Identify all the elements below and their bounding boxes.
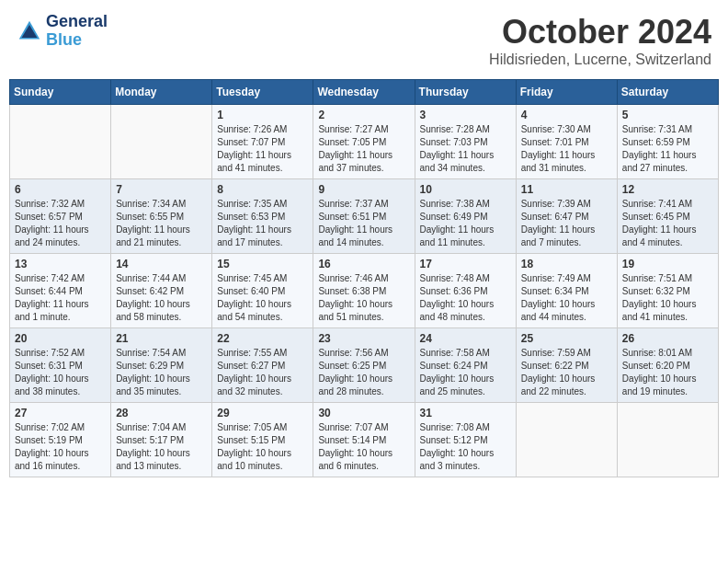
day-number: 4: [521, 109, 612, 121]
calendar-cell: 26Sunrise: 8:01 AM Sunset: 6:20 PM Dayli…: [617, 328, 718, 403]
day-info: Sunrise: 7:35 AM Sunset: 6:53 PM Dayligh…: [217, 198, 308, 249]
day-info: Sunrise: 7:02 AM Sunset: 5:19 PM Dayligh…: [15, 421, 106, 473]
day-number: 29: [217, 407, 308, 419]
day-info: Sunrise: 7:41 AM Sunset: 6:45 PM Dayligh…: [622, 198, 713, 249]
day-number: 18: [521, 258, 612, 270]
title-area: October 2024 Hildisrieden, Lucerne, Swit…: [489, 13, 711, 68]
page-header: General Blue October 2024 Hildisrieden, …: [9, 9, 719, 72]
day-number: 28: [116, 407, 207, 419]
day-number: 24: [420, 332, 511, 345]
calendar-cell: 21Sunrise: 7:54 AM Sunset: 6:29 PM Dayli…: [111, 328, 212, 403]
day-header-thursday: Thursday: [415, 80, 516, 105]
day-header-saturday: Saturday: [617, 80, 718, 105]
logo-icon: [17, 18, 42, 44]
day-number: 12: [622, 183, 713, 196]
calendar-cell: 28Sunrise: 7:04 AM Sunset: 5:17 PM Dayli…: [111, 403, 212, 477]
day-info: Sunrise: 7:52 AM Sunset: 6:31 PM Dayligh…: [15, 347, 106, 398]
calendar-week-row: 1Sunrise: 7:26 AM Sunset: 7:07 PM Daylig…: [10, 105, 719, 179]
day-info: Sunrise: 7:38 AM Sunset: 6:49 PM Dayligh…: [420, 198, 511, 249]
day-info: Sunrise: 7:48 AM Sunset: 6:36 PM Dayligh…: [420, 272, 511, 324]
day-info: Sunrise: 7:28 AM Sunset: 7:03 PM Dayligh…: [420, 123, 511, 175]
day-info: Sunrise: 7:37 AM Sunset: 6:51 PM Dayligh…: [318, 198, 409, 249]
day-number: 26: [622, 332, 713, 345]
day-number: 15: [217, 258, 308, 270]
calendar-week-row: 27Sunrise: 7:02 AM Sunset: 5:19 PM Dayli…: [10, 403, 719, 477]
calendar-cell: 7Sunrise: 7:34 AM Sunset: 6:55 PM Daylig…: [111, 179, 212, 254]
calendar-cell: 14Sunrise: 7:44 AM Sunset: 6:42 PM Dayli…: [111, 254, 212, 328]
day-number: 13: [15, 258, 106, 270]
calendar-cell: 13Sunrise: 7:42 AM Sunset: 6:44 PM Dayli…: [10, 254, 111, 328]
calendar-cell: 4Sunrise: 7:30 AM Sunset: 7:01 PM Daylig…: [516, 105, 617, 179]
day-info: Sunrise: 7:42 AM Sunset: 6:44 PM Dayligh…: [15, 272, 106, 324]
day-info: Sunrise: 7:56 AM Sunset: 6:25 PM Dayligh…: [318, 347, 409, 398]
day-info: Sunrise: 7:39 AM Sunset: 6:47 PM Dayligh…: [521, 198, 612, 249]
day-info: Sunrise: 7:58 AM Sunset: 6:24 PM Dayligh…: [420, 347, 511, 398]
calendar-cell: 17Sunrise: 7:48 AM Sunset: 6:36 PM Dayli…: [415, 254, 516, 328]
logo-line2: Blue: [46, 31, 108, 50]
calendar-cell: 24Sunrise: 7:58 AM Sunset: 6:24 PM Dayli…: [415, 328, 516, 403]
day-number: 1: [217, 109, 308, 121]
day-number: 23: [318, 332, 409, 345]
day-info: Sunrise: 7:08 AM Sunset: 5:12 PM Dayligh…: [420, 421, 511, 473]
day-number: 10: [420, 183, 511, 196]
day-number: 25: [521, 332, 612, 345]
day-number: 31: [420, 407, 511, 419]
day-number: 20: [15, 332, 106, 345]
calendar-cell: 9Sunrise: 7:37 AM Sunset: 6:51 PM Daylig…: [313, 179, 415, 254]
day-info: Sunrise: 7:55 AM Sunset: 6:27 PM Dayligh…: [217, 347, 308, 398]
month-title: October 2024: [489, 13, 711, 52]
logo-text: General Blue: [46, 13, 108, 50]
calendar-cell: 20Sunrise: 7:52 AM Sunset: 6:31 PM Dayli…: [10, 328, 111, 403]
day-info: Sunrise: 7:45 AM Sunset: 6:40 PM Dayligh…: [217, 272, 308, 324]
calendar-cell: 27Sunrise: 7:02 AM Sunset: 5:19 PM Dayli…: [10, 403, 111, 477]
day-info: Sunrise: 7:04 AM Sunset: 5:17 PM Dayligh…: [116, 421, 207, 473]
day-number: 19: [622, 258, 713, 270]
day-info: Sunrise: 7:46 AM Sunset: 6:38 PM Dayligh…: [318, 272, 409, 324]
day-info: Sunrise: 7:44 AM Sunset: 6:42 PM Dayligh…: [116, 272, 207, 324]
calendar-cell: 29Sunrise: 7:05 AM Sunset: 5:15 PM Dayli…: [212, 403, 313, 477]
day-number: 22: [217, 332, 308, 345]
day-number: 30: [318, 407, 409, 419]
day-info: Sunrise: 7:32 AM Sunset: 6:57 PM Dayligh…: [15, 198, 106, 249]
day-number: 21: [116, 332, 207, 345]
day-info: Sunrise: 7:31 AM Sunset: 6:59 PM Dayligh…: [622, 123, 713, 175]
day-number: 6: [15, 183, 106, 196]
day-number: 7: [116, 183, 207, 196]
day-info: Sunrise: 7:59 AM Sunset: 6:22 PM Dayligh…: [521, 347, 612, 398]
calendar-cell: 6Sunrise: 7:32 AM Sunset: 6:57 PM Daylig…: [10, 179, 111, 254]
calendar-cell: 22Sunrise: 7:55 AM Sunset: 6:27 PM Dayli…: [212, 328, 313, 403]
calendar-cell: 10Sunrise: 7:38 AM Sunset: 6:49 PM Dayli…: [415, 179, 516, 254]
day-header-tuesday: Tuesday: [212, 80, 313, 105]
day-number: 27: [15, 407, 106, 419]
calendar-week-row: 13Sunrise: 7:42 AM Sunset: 6:44 PM Dayli…: [10, 254, 719, 328]
calendar-cell: [111, 105, 212, 179]
calendar-cell: 11Sunrise: 7:39 AM Sunset: 6:47 PM Dayli…: [516, 179, 617, 254]
day-info: Sunrise: 7:54 AM Sunset: 6:29 PM Dayligh…: [116, 347, 207, 398]
day-info: Sunrise: 7:26 AM Sunset: 7:07 PM Dayligh…: [217, 123, 308, 175]
calendar-cell: 31Sunrise: 7:08 AM Sunset: 5:12 PM Dayli…: [415, 403, 516, 477]
calendar-cell: 2Sunrise: 7:27 AM Sunset: 7:05 PM Daylig…: [313, 105, 415, 179]
calendar-cell: 30Sunrise: 7:07 AM Sunset: 5:14 PM Dayli…: [313, 403, 415, 477]
calendar-cell: 1Sunrise: 7:26 AM Sunset: 7:07 PM Daylig…: [212, 105, 313, 179]
day-info: Sunrise: 7:34 AM Sunset: 6:55 PM Dayligh…: [116, 198, 207, 249]
calendar-cell: 16Sunrise: 7:46 AM Sunset: 6:38 PM Dayli…: [313, 254, 415, 328]
day-header-friday: Friday: [516, 80, 617, 105]
calendar-cell: 12Sunrise: 7:41 AM Sunset: 6:45 PM Dayli…: [617, 179, 718, 254]
calendar-table: SundayMondayTuesdayWednesdayThursdayFrid…: [9, 79, 719, 477]
calendar-header-row: SundayMondayTuesdayWednesdayThursdayFrid…: [10, 80, 719, 105]
logo: General Blue: [17, 13, 108, 50]
day-number: 9: [318, 183, 409, 196]
calendar-cell: 5Sunrise: 7:31 AM Sunset: 6:59 PM Daylig…: [617, 105, 718, 179]
calendar-cell: 23Sunrise: 7:56 AM Sunset: 6:25 PM Dayli…: [313, 328, 415, 403]
day-number: 14: [116, 258, 207, 270]
logo-line1: General: [46, 13, 108, 31]
day-header-sunday: Sunday: [10, 80, 111, 105]
calendar-cell: 19Sunrise: 7:51 AM Sunset: 6:32 PM Dayli…: [617, 254, 718, 328]
calendar-cell: 25Sunrise: 7:59 AM Sunset: 6:22 PM Dayli…: [516, 328, 617, 403]
calendar-cell: [516, 403, 617, 477]
day-header-monday: Monday: [111, 80, 212, 105]
day-number: 11: [521, 183, 612, 196]
calendar-cell: 8Sunrise: 7:35 AM Sunset: 6:53 PM Daylig…: [212, 179, 313, 254]
day-info: Sunrise: 7:05 AM Sunset: 5:15 PM Dayligh…: [217, 421, 308, 473]
day-header-wednesday: Wednesday: [313, 80, 415, 105]
